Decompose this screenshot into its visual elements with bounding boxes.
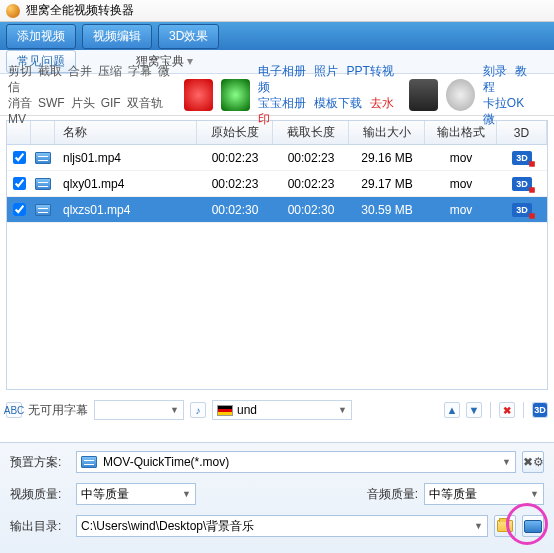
video-file-icon (35, 152, 51, 164)
tag[interactable]: SWF (38, 96, 65, 110)
table-header: 名称 原始长度 截取长度 输出大小 输出格式 3D (7, 121, 547, 145)
tag[interactable]: 截取 (38, 64, 62, 78)
cell-fmt: mov (425, 151, 497, 165)
tag[interactable]: 字幕 (128, 64, 152, 78)
preset-settings-button[interactable]: ✖⚙ (522, 451, 544, 473)
cell-orig: 00:02:23 (197, 151, 273, 165)
cell-size: 29.17 MB (349, 177, 425, 191)
divider (523, 402, 524, 418)
output-path-value: C:\Users\wind\Desktop\背景音乐 (81, 518, 254, 535)
tag[interactable]: 合并 (68, 64, 92, 78)
browse-folder-button[interactable] (494, 515, 516, 537)
cell-orig: 00:02:23 (197, 177, 273, 191)
phone-icon (409, 79, 438, 111)
divider (490, 402, 491, 418)
link[interactable]: 刻录 (483, 64, 507, 78)
main-toolbar: 添加视频 视频编辑 3D效果 (0, 22, 554, 50)
cell-fmt: mov (425, 203, 497, 217)
film-icon (221, 79, 250, 111)
bottom-panel: 预置方案: MOV-QuickTime(*.mov) ▼ ✖⚙ 视频质量: 中等… (0, 442, 554, 553)
col-clip[interactable]: 截取长度 (273, 121, 349, 144)
audio-icon[interactable]: ♪ (190, 402, 206, 418)
link[interactable]: 宝宝相册 (258, 96, 306, 110)
tag[interactable]: 剪切 (8, 64, 32, 78)
subtitle-audio-bar: ABC 无可用字幕 ▼ ♪ und ▼ ▲ ▼ ✖ 3D (6, 396, 548, 424)
table-body: nljs01.mp400:02:2300:02:2329.16 MBmov3Dq… (7, 145, 547, 223)
cell-clip: 00:02:23 (273, 177, 349, 191)
cell-clip: 00:02:30 (273, 203, 349, 217)
tag[interactable]: 片头 (71, 96, 95, 110)
tag[interactable]: 双音轨 (127, 96, 163, 110)
flag-icon (217, 405, 233, 416)
3d-badge-icon[interactable]: 3D (512, 203, 532, 217)
tag[interactable]: 压缩 (98, 64, 122, 78)
open-folder-icon (524, 520, 542, 533)
link[interactable]: 电子相册 (258, 64, 306, 78)
subtitle-dropdown[interactable]: ▼ (94, 400, 184, 420)
col-size[interactable]: 输出大小 (349, 121, 425, 144)
tag[interactable]: 消音 (8, 96, 32, 110)
aquality-dropdown[interactable]: 中等质量▼ (424, 483, 544, 505)
preset-value: MOV-QuickTime(*.mov) (103, 455, 229, 469)
preset-dropdown[interactable]: MOV-QuickTime(*.mov) ▼ (76, 451, 516, 473)
file-table: 名称 原始长度 截取长度 输出大小 输出格式 3D nljs01.mp400:0… (6, 120, 548, 390)
table-row[interactable]: qlxzs01.mp400:02:3000:02:3030.59 MBmov3D (7, 197, 547, 223)
3d-badge-icon[interactable]: 3D (512, 151, 532, 165)
ppt-icon (184, 79, 213, 111)
link[interactable]: 照片 (314, 64, 338, 78)
mov-icon (81, 456, 97, 468)
open-folder-button[interactable] (522, 515, 544, 537)
3d-badge-icon[interactable]: 3D (512, 177, 532, 191)
folder-icon (497, 520, 513, 532)
cell-name: nljs01.mp4 (55, 151, 197, 165)
audio-track-value: und (237, 403, 257, 417)
output-label: 输出目录: (10, 518, 70, 535)
cell-size: 30.59 MB (349, 203, 425, 217)
vquality-dropdown[interactable]: 中等质量▼ (76, 483, 196, 505)
row-checkbox[interactable] (13, 151, 26, 164)
center-links: 电子相册照片PPT转视频 宝宝相册模板下载去水印 (258, 63, 400, 127)
table-row[interactable]: qlxy01.mp400:02:2300:02:2329.17 MBmov3D (7, 171, 547, 197)
gear-icon: ✖⚙ (523, 455, 544, 469)
cell-name: qlxy01.mp4 (55, 177, 197, 191)
move-down-button[interactable]: ▼ (466, 402, 482, 418)
title-bar: 狸窝全能视频转换器 (0, 0, 554, 22)
cell-size: 29.16 MB (349, 151, 425, 165)
link[interactable]: 模板下载 (314, 96, 362, 110)
col-orig[interactable]: 原始长度 (197, 121, 273, 144)
col-icon (31, 121, 55, 144)
subtitle-icon[interactable]: ABC (6, 402, 22, 418)
preset-label: 预置方案: (10, 454, 70, 471)
promo-banner: 剪切截取合并压缩字幕微信 消音SWF片头GIF双音轨MV 电子相册照片PPT转视… (0, 74, 554, 116)
audio-track-dropdown[interactable]: und ▼ (212, 400, 352, 420)
add-video-button[interactable]: 添加视频 (6, 24, 76, 49)
dvd-icon (446, 79, 475, 111)
delete-button[interactable]: ✖ (499, 402, 515, 418)
row-checkbox[interactable] (13, 177, 26, 190)
cell-name: qlxzs01.mp4 (55, 203, 197, 217)
app-title: 狸窝全能视频转换器 (26, 2, 134, 19)
app-icon (6, 4, 20, 18)
col-name[interactable]: 名称 (55, 121, 197, 144)
cell-fmt: mov (425, 177, 497, 191)
row-checkbox[interactable] (13, 203, 26, 216)
aquality-value: 中等质量 (429, 486, 477, 503)
col-fmt[interactable]: 输出格式 (425, 121, 497, 144)
vquality-value: 中等质量 (81, 486, 129, 503)
video-file-icon (35, 178, 51, 190)
subtitle-none-label: 无可用字幕 (28, 402, 88, 419)
3d-toggle-button[interactable]: 3D (532, 402, 548, 418)
tag[interactable]: GIF (101, 96, 121, 110)
vquality-label: 视频质量: (10, 486, 70, 503)
link[interactable]: 卡拉OK (483, 96, 524, 110)
tag-group-left: 剪切截取合并压缩字幕微信 消音SWF片头GIF双音轨MV (8, 63, 176, 127)
output-path-field[interactable]: C:\Users\wind\Desktop\背景音乐▼ (76, 515, 488, 537)
move-up-button[interactable]: ▲ (444, 402, 460, 418)
aquality-label: 音频质量: (367, 486, 418, 503)
col-check[interactable] (7, 121, 31, 144)
right-links: 刻录教程 卡拉OK微 (483, 63, 546, 127)
3d-effect-button[interactable]: 3D效果 (158, 24, 219, 49)
table-row[interactable]: nljs01.mp400:02:2300:02:2329.16 MBmov3D (7, 145, 547, 171)
video-edit-button[interactable]: 视频编辑 (82, 24, 152, 49)
col-3d[interactable]: 3D (497, 121, 547, 144)
